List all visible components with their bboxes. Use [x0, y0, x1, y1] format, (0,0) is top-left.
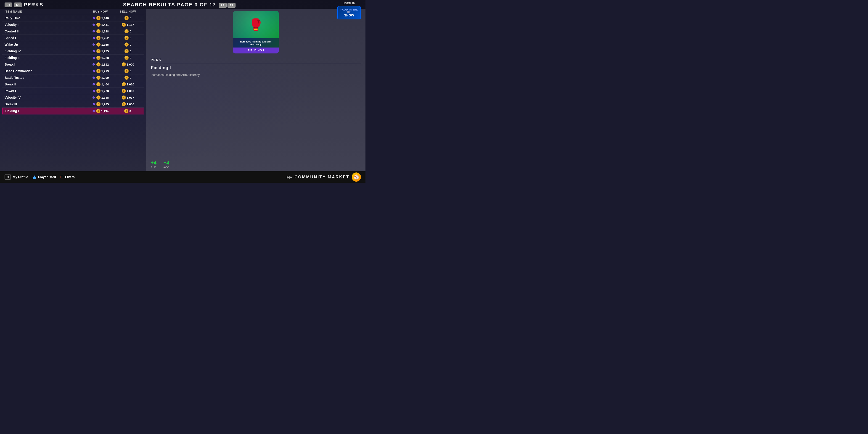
table-row[interactable]: Battle Tested S 1,200 S 0	[2, 74, 144, 81]
table-row[interactable]: Break III S 1,285 S 1,000	[2, 101, 144, 107]
my-profile-button[interactable]: ⊞ My Profile	[5, 175, 28, 180]
card-image-area: 🥊 Increases Fielding and Arm Accuracy FI…	[151, 11, 361, 54]
stat-acc-label: ACC	[163, 166, 169, 168]
buy-price: 1,165	[101, 43, 109, 46]
svg-marker-9	[93, 76, 95, 79]
item-name: Control II	[5, 29, 87, 33]
item-name: Break III	[5, 102, 87, 106]
r2-badge[interactable]: R2	[227, 3, 236, 8]
sell-price-cell: S 0	[114, 16, 142, 20]
stat-acc: +4 ACC	[163, 160, 169, 168]
table-row[interactable]: Fielding IV S 1,275 S 0	[2, 48, 144, 55]
sell-price-cell: S 0	[114, 42, 142, 46]
sell-price: 1,000	[127, 89, 134, 93]
buy-price-cell: S 1,348	[87, 95, 114, 100]
buy-price: 1,146	[101, 17, 109, 20]
sell-price: 0	[129, 69, 131, 73]
sell-price: 0	[129, 50, 131, 53]
perk-name: Fielding I	[151, 65, 361, 70]
filters-icon	[61, 176, 63, 178]
table-row[interactable]: Fielding II S 1,228 S 0	[2, 55, 144, 61]
stubs-icon: S	[96, 36, 100, 40]
stubs-icon: S	[122, 23, 126, 27]
table-row[interactable]: Base Commander S 1,213 S 0	[2, 68, 144, 74]
stubs-icon: S	[96, 49, 100, 53]
buy-price: 1,200	[101, 76, 109, 80]
item-name: Wake Up	[5, 43, 87, 46]
table-row[interactable]: Break I S 1,312 S 1,000	[2, 61, 144, 68]
table-row[interactable]: Speed I S 1,252 S 0	[2, 35, 144, 41]
item-name: Fielding II	[5, 56, 87, 60]
perk-card-label: FIELDING I	[233, 48, 279, 54]
sell-price-cell: S 0	[114, 29, 142, 33]
buy-price: 1,194	[101, 110, 109, 113]
stubs-icon: S	[124, 36, 129, 40]
stubs-icon: S	[96, 56, 100, 60]
stubs-icon: S	[96, 29, 100, 33]
buy-price-cell: S 1,165	[87, 42, 114, 46]
sell-price: 0	[129, 43, 131, 46]
sell-price: 0	[129, 110, 131, 113]
stat-fld: +4 FLD	[151, 160, 156, 168]
filters-button[interactable]: Filters	[61, 175, 75, 179]
svg-marker-10	[93, 83, 95, 86]
stubs-icon: S	[124, 16, 129, 20]
svg-marker-8	[93, 70, 95, 72]
sell-price-cell: S 1,117	[114, 23, 142, 27]
l1-badge[interactable]: L1	[5, 2, 12, 7]
perk-section: PERK Fielding I Increases Fielding and A…	[151, 58, 361, 77]
item-name: Rally Time	[5, 16, 87, 20]
table-row[interactable]: Control II S 1,188 S 0	[2, 28, 144, 35]
r1-badge[interactable]: R1	[14, 2, 22, 7]
sell-price: 0	[129, 30, 131, 33]
buy-price-cell: S 1,441	[87, 23, 114, 27]
sell-price-cell: S 0	[114, 75, 142, 80]
player-card-label: Player Card	[38, 175, 56, 179]
stubs-icon: S	[124, 75, 129, 80]
perks-title: PERKS	[24, 2, 43, 8]
table-row[interactable]: Fielding I S 1,194 S 0	[2, 107, 144, 115]
sell-price-cell: S 1,037	[114, 95, 142, 100]
stat-fld-label: FLD	[151, 166, 156, 168]
buy-price: 1,252	[101, 36, 109, 40]
sell-price: 1,117	[127, 23, 134, 27]
rts-show-text: SHOW	[340, 13, 358, 17]
stat-fld-value: +4	[151, 160, 156, 166]
svg-marker-6	[93, 56, 95, 59]
sell-price: 0	[129, 56, 131, 60]
sell-price: 1,010	[127, 83, 134, 86]
right-panel: 🥊 Increases Fielding and Arm Accuracy FI…	[146, 9, 366, 171]
stubs-icon: S	[96, 102, 100, 106]
rts-to-text: THE	[340, 11, 358, 13]
svg-marker-1	[93, 23, 95, 26]
table-row[interactable]: Velocity IV S 1,348 S 1,037	[2, 94, 144, 101]
table-row[interactable]: Power I S 1,278 S 1,000	[2, 88, 144, 94]
sell-price: 1,000	[127, 102, 134, 106]
stubs-icon: S	[96, 82, 100, 86]
stats-section: +4 FLD +4 ACC	[151, 158, 361, 168]
l2-badge[interactable]: L2	[219, 3, 226, 8]
table-row[interactable]: Velocity II S 1,441 S 1,117	[2, 22, 144, 28]
sell-price-cell: S 0	[114, 49, 142, 53]
community-market-label: COMMUNITY MARKET	[294, 175, 349, 180]
player-card-icon	[33, 176, 36, 179]
sell-price-cell: S 1,000	[114, 102, 142, 106]
table-row[interactable]: Wake Up S 1,165 S 0	[2, 41, 144, 48]
player-card-button[interactable]: Player Card	[33, 175, 56, 179]
filters-label: Filters	[65, 175, 75, 179]
svg-marker-13	[93, 103, 95, 105]
buy-price: 1,278	[101, 89, 109, 93]
stubs-icon: S	[96, 23, 100, 27]
table-row[interactable]: Break II S 1,404 S 1,010	[2, 81, 144, 88]
buy-price-cell: S 1,213	[87, 69, 114, 73]
perk-description: Increases Fielding and Arm Accuracy	[151, 73, 361, 77]
my-profile-label: My Profile	[13, 175, 28, 179]
svg-marker-4	[93, 43, 95, 46]
item-name: Velocity II	[5, 23, 87, 27]
table-row[interactable]: Rally Time S 1,146 S 0	[2, 15, 144, 22]
svg-marker-11	[93, 90, 95, 92]
sell-price-cell: S 0	[114, 36, 142, 40]
table-area: ITEM NAME BUY NOW SELL NOW Rally Time S	[0, 9, 146, 171]
svg-marker-2	[93, 30, 95, 33]
svg-marker-7	[93, 63, 95, 66]
